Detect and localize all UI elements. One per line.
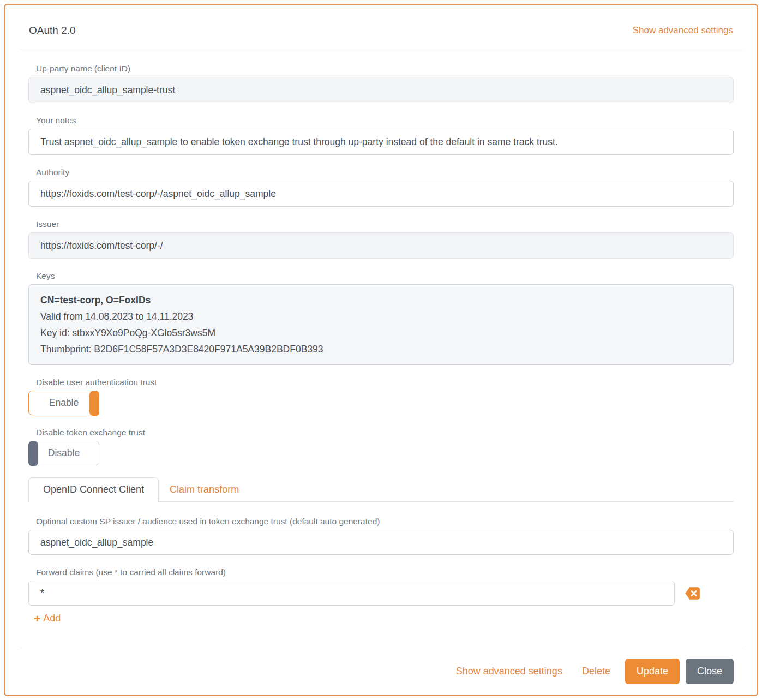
disable-user-auth-trust-group: Disable user authentication trust Enable [28,377,734,415]
toggle-handle [28,441,38,466]
backspace-icon [685,587,700,600]
add-claim-link[interactable]: + Add [34,613,61,624]
sp-issuer-label: Optional custom SP issuer / audience use… [36,516,734,527]
notes-label: Your notes [36,115,734,125]
disable-user-auth-trust-toggle[interactable]: Enable [28,391,99,415]
tab-openid-connect-client[interactable]: OpenID Connect Client [28,477,159,502]
tab-claim-transform[interactable]: Claim transform [159,478,250,501]
notes-input[interactable] [28,129,734,155]
key-validity: Valid from 14.08.2023 to 14.11.2023 [40,308,722,325]
close-button[interactable]: Close [686,659,734,684]
toggle-text: Disable [48,447,80,459]
forward-claims-input[interactable] [28,581,675,606]
toggle-text: Enable [49,397,79,409]
panel-header: OAuth 2.0 Show advanced settings [5,5,757,49]
disable-token-exchange-trust-label: Disable token exchange trust [36,427,734,438]
authority-group: Authority [28,167,734,207]
key-subject: CN=test-corp, O=FoxIDs [40,292,722,308]
authority-input[interactable] [28,181,734,207]
form-body: Up-party name (client ID) Your notes Aut… [5,49,757,625]
disable-token-exchange-trust-group: Disable token exchange trust Disable [28,427,734,465]
toggle-handle [89,391,99,416]
up-party-name-label: Up-party name (client ID) [36,63,734,74]
up-party-name-input [28,77,734,103]
keys-summary: CN=test-corp, O=FoxIDs Valid from 14.08.… [28,284,734,365]
notes-group: Your notes [28,115,734,155]
disable-user-auth-trust-label: Disable user authentication trust [36,377,734,387]
oauth-settings-panel: OAuth 2.0 Show advanced settings Up-part… [4,4,758,696]
key-id: Key id: stbxxY9Xo9PoQg-XGlo5sr3ws5M [40,325,722,341]
issuer-group: Issuer [28,219,734,259]
plus-icon: + [34,613,40,624]
add-claim-label: Add [43,613,61,624]
up-party-name-group: Up-party name (client ID) [28,63,734,103]
authority-label: Authority [36,167,734,177]
remove-claim-button[interactable] [685,587,700,600]
disable-token-exchange-trust-toggle[interactable]: Disable [28,441,99,465]
keys-group: Keys CN=test-corp, O=FoxIDs Valid from 1… [28,271,734,365]
keys-label: Keys [36,271,734,281]
panel-footer: Show advanced settings Delete Update Clo… [5,648,757,684]
issuer-input [28,232,734,259]
tab-bar: OpenID Connect Client Claim transform [28,477,734,502]
key-thumbprint: Thumbprint: B2D6F1C58F57A3D3E8420F971A5A… [40,341,722,357]
forward-claims-row [28,581,734,606]
page-title: OAuth 2.0 [29,25,76,37]
show-advanced-settings-link-bottom[interactable]: Show advanced settings [456,666,562,677]
show-advanced-settings-link-top[interactable]: Show advanced settings [633,25,733,36]
delete-link[interactable]: Delete [582,666,610,677]
update-button[interactable]: Update [625,659,680,684]
sp-issuer-input[interactable] [28,530,734,555]
forward-claims-group: Forward claims (use * to carried all cla… [28,567,734,625]
forward-claims-label: Forward claims (use * to carried all cla… [36,567,734,577]
issuer-label: Issuer [36,219,734,229]
tab-content: Optional custom SP issuer / audience use… [28,502,734,625]
sp-issuer-group: Optional custom SP issuer / audience use… [28,516,734,555]
